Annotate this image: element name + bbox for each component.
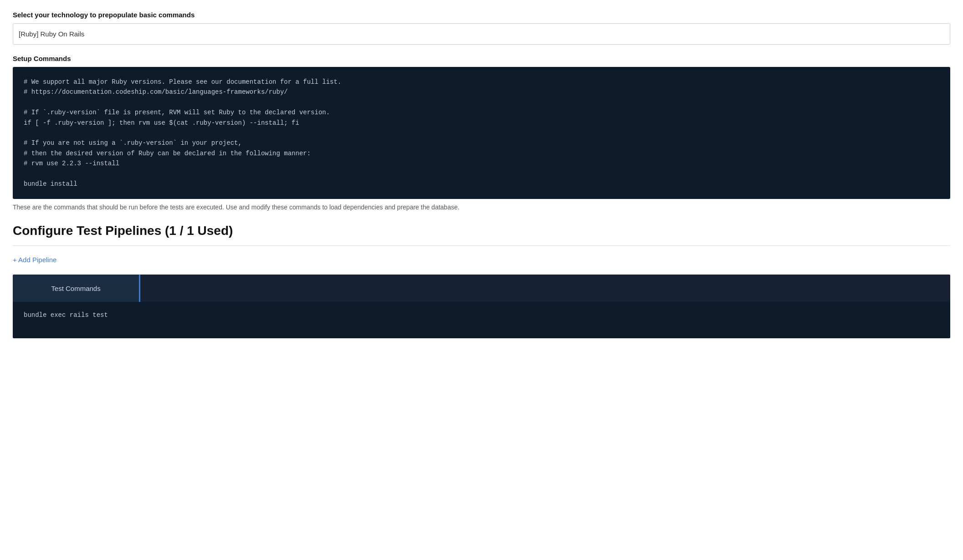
pipeline-header-row: Test Commands — [13, 275, 950, 302]
section-divider — [13, 245, 950, 246]
setup-commands-helper: These are the commands that should be ru… — [13, 204, 950, 211]
pipeline-commands-area[interactable]: bundle exec rails test — [13, 302, 950, 338]
setup-commands-editor[interactable]: # We support all major Ruby versions. Pl… — [13, 67, 950, 199]
pipeline-container: Test Commands bundle exec rails test — [13, 275, 950, 338]
technology-selector-section: Select your technology to prepopulate ba… — [13, 11, 950, 55]
add-pipeline-link[interactable]: + Add Pipeline — [13, 256, 56, 264]
setup-commands-label: Setup Commands — [13, 55, 950, 62]
technology-selector-label: Select your technology to prepopulate ba… — [13, 11, 950, 19]
technology-select[interactable]: [Ruby] Ruby On Rails — [13, 23, 950, 45]
pipeline-header-left: Test Commands — [13, 275, 140, 302]
pipeline-header-right — [140, 275, 950, 302]
setup-commands-section: Setup Commands # We support all major Ru… — [13, 55, 950, 211]
configure-pipelines-heading: Configure Test Pipelines (1 / 1 Used) — [13, 224, 950, 238]
